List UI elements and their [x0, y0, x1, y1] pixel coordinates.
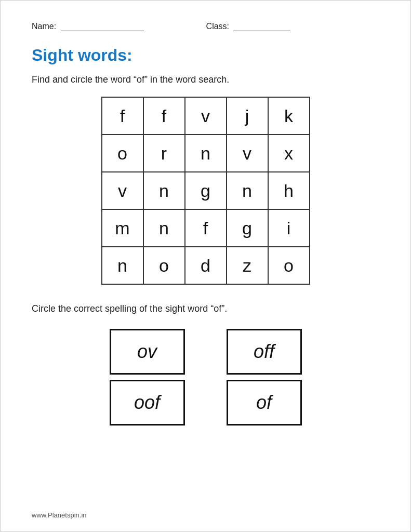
worksheet-page: Name: Class: Sight words: Find and circl… [0, 0, 411, 532]
class-field: Class: [206, 21, 291, 31]
spelling-option-ov[interactable]: ov [110, 329, 185, 375]
grid-cell: i [268, 209, 310, 247]
grid-cell: f [143, 97, 185, 135]
name-label: Name: [32, 22, 56, 31]
spelling-option-off[interactable]: off [227, 329, 302, 375]
class-label: Class: [206, 22, 229, 31]
spelling-option-of[interactable]: of [227, 380, 302, 425]
grid-cell: m [102, 209, 143, 247]
word-search-container: f f v j k o r n v x v n g n h m [32, 97, 379, 285]
grid-cell: j [227, 97, 268, 135]
header-row: Name: Class: [32, 21, 379, 31]
spelling-of-text: of [256, 392, 272, 414]
instruction-1: Find and circle the word “of” in the wor… [32, 74, 379, 85]
grid-cell: d [185, 247, 227, 284]
table-row: o r n v x [102, 135, 310, 172]
grid-cell: f [185, 209, 227, 247]
instruction-2: Circle the correct spelling of the sight… [32, 303, 379, 314]
grid-cell: o [143, 247, 185, 284]
grid-cell: g [227, 209, 268, 247]
grid-cell: x [268, 135, 310, 172]
grid-cell: v [227, 135, 268, 172]
grid-cell: h [268, 172, 310, 209]
grid-cell: v [185, 97, 227, 135]
grid-cell: f [102, 97, 143, 135]
footer-website: www.Planetspin.in [32, 511, 87, 519]
spelling-row-2: oof of [110, 380, 302, 425]
grid-cell: n [185, 135, 227, 172]
spelling-ov-text: ov [137, 341, 157, 363]
grid-cell: o [268, 247, 310, 284]
grid-cell: n [227, 172, 268, 209]
table-row: v n g n h [102, 172, 310, 209]
grid-cell: n [143, 209, 185, 247]
grid-cell: n [143, 172, 185, 209]
grid-cell: o [102, 135, 143, 172]
table-row: m n f g i [102, 209, 310, 247]
name-underline [61, 21, 144, 31]
grid-cell: n [102, 247, 143, 284]
table-row: f f v j k [102, 97, 310, 135]
word-search-grid: f f v j k o r n v x v n g n h m [101, 97, 310, 285]
spelling-off-text: off [254, 341, 274, 363]
grid-cell: v [102, 172, 143, 209]
spelling-row-1: ov off [110, 329, 302, 375]
spelling-options: ov off oof of [32, 329, 379, 425]
page-title: Sight words: [32, 46, 379, 65]
grid-cell: g [185, 172, 227, 209]
table-row: n o d z o [102, 247, 310, 284]
name-field: Name: [32, 21, 144, 31]
grid-cell: k [268, 97, 310, 135]
grid-cell: z [227, 247, 268, 284]
class-underline [233, 21, 290, 31]
spelling-oof-text: oof [134, 392, 160, 414]
grid-cell: r [143, 135, 185, 172]
spelling-option-oof[interactable]: oof [110, 380, 185, 425]
